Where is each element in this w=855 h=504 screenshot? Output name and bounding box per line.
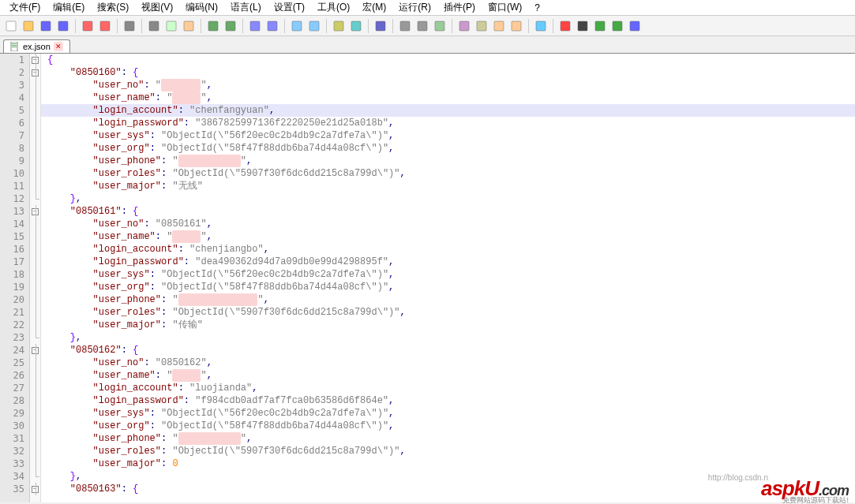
code-line[interactable]: "user_major": 0 [41, 457, 855, 470]
code-line[interactable]: "user_phone": "13800000002", [41, 432, 855, 445]
lang-button[interactable] [456, 18, 472, 34]
code-line[interactable]: "user_phone": "13800000001 ", [41, 293, 855, 306]
sync-button[interactable] [331, 18, 347, 34]
eye-button[interactable] [533, 18, 549, 34]
play-multi-button[interactable] [609, 18, 625, 34]
code-line[interactable]: "login_account": "chenfangyuan", [41, 104, 855, 117]
code-line[interactable]: "user_no": "0850160", [41, 79, 855, 91]
bookmark-button[interactable] [348, 18, 364, 34]
menu-文件(F)[interactable]: 文件(F) [3, 0, 47, 15]
doc2-button[interactable] [508, 18, 524, 34]
redo-button[interactable] [223, 18, 238, 34]
ws2-button[interactable] [414, 18, 430, 34]
code-line[interactable]: "user_name": "陈芳园", [41, 91, 855, 104]
undo-button[interactable] [205, 18, 221, 34]
menu-视图(V)[interactable]: 视图(V) [135, 0, 179, 15]
code-line[interactable]: "user_roles": "ObjectId(\"5907f30f6dc6dd… [41, 306, 855, 319]
code-line[interactable]: "user_sys": "ObjectId(\"56f20ec0c2b4db9c… [41, 268, 855, 281]
doc1-button[interactable] [491, 18, 507, 34]
save-button[interactable] [38, 18, 54, 34]
code-line[interactable]: }, [41, 192, 855, 205]
code-line[interactable]: "user_major": "无线" [41, 180, 855, 192]
code-line[interactable]: "user_no": "0850162", [41, 357, 855, 369]
func-button[interactable] [474, 18, 489, 34]
stop-button[interactable] [575, 18, 591, 34]
code-line[interactable]: "login_password": "dea490362d94d7a09db0e… [41, 256, 855, 268]
menu-?[interactable]: ? [528, 2, 546, 14]
wordwrap-icon [375, 21, 386, 32]
fold-marker[interactable]: − [30, 66, 40, 79]
rec-button[interactable] [557, 18, 573, 34]
code-line[interactable]: "user_org": "ObjectId(\"58f47f88ddb6ba74… [41, 420, 855, 432]
new-file-button[interactable] [3, 18, 19, 34]
find-button[interactable] [247, 18, 263, 34]
indent-guide-button[interactable] [432, 18, 448, 34]
code-line[interactable]: { [41, 54, 855, 66]
code-line[interactable]: "0850162": { [41, 344, 855, 357]
code-line[interactable]: "login_account": "chenjiangbo", [41, 243, 855, 256]
svg-rect-23 [477, 21, 486, 31]
tab-close-button[interactable]: ✕ [54, 42, 63, 51]
ws1-button[interactable] [397, 18, 413, 34]
menu-插件(P)[interactable]: 插件(P) [437, 0, 482, 15]
menu-宏(M)[interactable]: 宏(M) [356, 0, 392, 15]
code-line[interactable]: "user_name": "陈江波", [41, 230, 855, 243]
code-line[interactable]: "user_name": "罗建达", [41, 369, 855, 382]
wordwrap-button[interactable] [373, 18, 388, 34]
code-line[interactable]: "0850160": { [41, 66, 855, 79]
copy-button[interactable] [163, 18, 179, 34]
code-line[interactable]: "login_account": "luojianda", [41, 382, 855, 394]
print-button[interactable] [122, 18, 137, 34]
save-all-button[interactable] [55, 18, 71, 34]
code-line[interactable]: "user_no": "0850161", [41, 218, 855, 230]
code-line[interactable]: "user_org": "ObjectId(\"58f47f88ddb6ba74… [41, 281, 855, 293]
close-button[interactable] [80, 18, 96, 34]
zoom-in-button[interactable] [289, 18, 305, 34]
fold-marker[interactable]: − [30, 483, 40, 495]
indent-guide-icon [434, 21, 445, 32]
paste-button[interactable] [181, 18, 197, 34]
code-line[interactable]: "login_password": "f984cdb0adf7af7fca0b6… [41, 394, 855, 407]
replace-button[interactable] [264, 18, 280, 34]
close-all-button[interactable] [97, 18, 113, 34]
fold-marker[interactable]: − [30, 344, 40, 357]
zoom-out-button[interactable] [306, 18, 322, 34]
menu-搜索(S)[interactable]: 搜索(S) [91, 0, 135, 15]
menu-语言(L)[interactable]: 语言(L) [224, 0, 268, 15]
code-line[interactable]: "user_org": "ObjectId(\"58f47f88ddb6ba74… [41, 142, 855, 155]
code-line[interactable]: "0850161": { [41, 205, 855, 218]
code-line[interactable]: }, [41, 331, 855, 344]
menu-运行(R)[interactable]: 运行(R) [392, 0, 437, 15]
code-line[interactable]: "user_roles": "ObjectId(\"5907f30f6dc6dd… [41, 445, 855, 457]
line-number: 13 [0, 205, 29, 218]
code-line[interactable]: "user_major": "传输" [41, 319, 855, 331]
fold-marker [30, 256, 40, 268]
code-area[interactable]: { "0850160": { "user_no": "0850160", "us… [41, 54, 855, 502]
menu-工具(O)[interactable]: 工具(O) [311, 0, 356, 15]
line-number: 11 [0, 180, 29, 192]
code-line[interactable]: "user_phone": "13800000000", [41, 155, 855, 167]
save-macro-button[interactable] [627, 18, 643, 34]
code-line[interactable]: "user_roles": "ObjectId(\"5907f30f6dc6dd… [41, 167, 855, 180]
toolbar-separator [452, 19, 452, 33]
menu-编码(N)[interactable]: 编码(N) [179, 0, 224, 15]
menu-设置(T)[interactable]: 设置(T) [268, 0, 311, 15]
code-line[interactable]: "user_sys": "ObjectId(\"56f20ec0c2b4db9c… [41, 129, 855, 142]
svg-rect-11 [226, 21, 235, 31]
file-tab[interactable]: ex.json ✕ [3, 39, 70, 53]
line-number: 30 [0, 420, 29, 432]
open-file-button[interactable] [21, 18, 36, 34]
fold-marker[interactable]: − [30, 205, 40, 218]
menu-窗口(W)[interactable]: 窗口(W) [482, 0, 528, 15]
menu-编辑(E)[interactable]: 编辑(E) [47, 0, 91, 15]
fold-marker [30, 407, 40, 420]
play-button[interactable] [592, 18, 608, 34]
code-line[interactable]: "user_sys": "ObjectId(\"56f20ec0c2b4db9c… [41, 407, 855, 420]
fold-marker[interactable]: − [30, 54, 40, 66]
code-editor[interactable]: 1234567891011121314151617181920212223242… [0, 54, 855, 502]
cut-button[interactable] [146, 18, 162, 34]
code-line[interactable]: "0850163": { [41, 483, 855, 495]
fold-marker [30, 243, 40, 256]
code-line[interactable]: "login_password": "3867825997136f2220250… [41, 117, 855, 129]
zoom-in-icon [291, 21, 302, 32]
